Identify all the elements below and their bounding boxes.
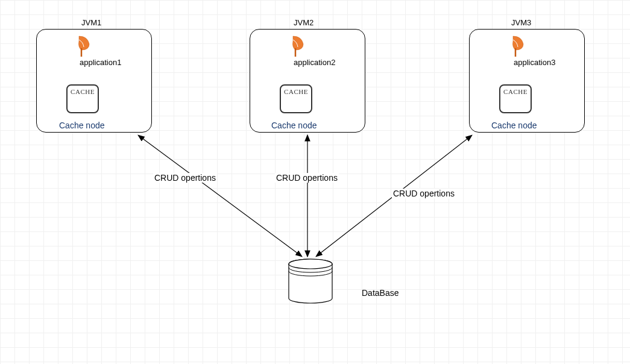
jvm2-title: JVM2	[294, 18, 313, 27]
jvm3-title: JVM3	[511, 18, 531, 27]
jvm1-cache-node-label: Cache node	[59, 121, 105, 130]
edge-label-2: CRUD opertions	[275, 173, 339, 183]
jvm1-box	[36, 29, 152, 133]
svg-line-2	[139, 136, 301, 256]
jvm2-cache-node-label: Cache node	[271, 121, 317, 130]
svg-point-5	[289, 259, 332, 269]
database-label: DataBase	[362, 288, 398, 298]
jvm3-app-label: application3	[514, 58, 555, 67]
diagram-canvas: JVM1 application1 CACHE Cache node JVM2 …	[0, 0, 630, 364]
jvm3-cache-box: CACHE	[499, 84, 532, 113]
spring-leaf-icon	[508, 35, 526, 58]
jvm1-app-label: application1	[80, 58, 121, 67]
jvm3-cache-node-label: Cache node	[491, 121, 537, 130]
spring-leaf-icon	[74, 35, 92, 58]
jvm2-box	[250, 29, 365, 133]
spring-leaf-icon	[288, 35, 306, 58]
svg-point-6	[289, 259, 332, 269]
jvm1-cache-box: CACHE	[66, 84, 99, 113]
edge-label-1: CRUD opertions	[153, 173, 217, 183]
jvm2-cache-box: CACHE	[280, 84, 312, 113]
jvm1-title: JVM1	[81, 18, 101, 27]
jvm3-box	[469, 29, 585, 133]
edge-label-3: CRUD opertions	[392, 189, 456, 198]
jvm2-app-label: application2	[294, 58, 335, 67]
